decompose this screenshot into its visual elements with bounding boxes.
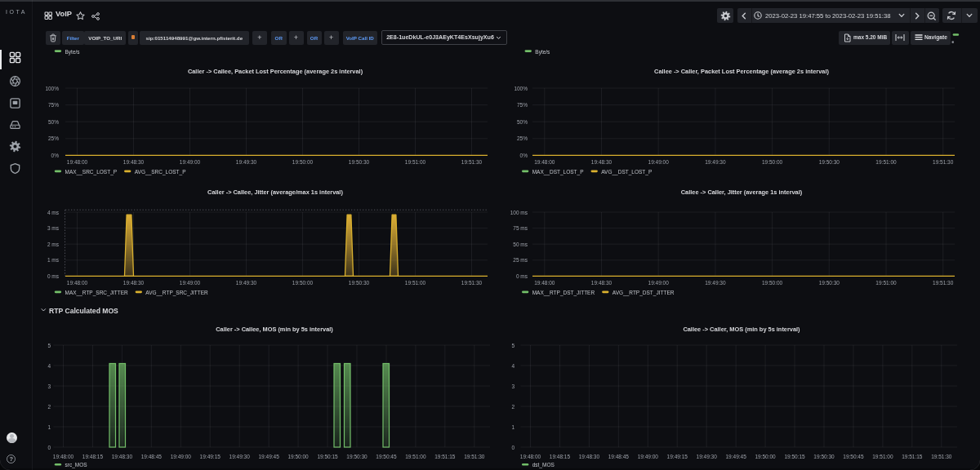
svg-text:100%: 100% xyxy=(514,86,528,91)
svg-text:19:48:00: 19:48:00 xyxy=(67,159,88,165)
svg-text:19:49:30: 19:49:30 xyxy=(236,159,257,165)
svg-text:19:50:30: 19:50:30 xyxy=(349,159,370,165)
svg-text:RTP Calculated MOS: RTP Calculated MOS xyxy=(49,307,118,315)
svg-text:19:49:00: 19:49:00 xyxy=(648,280,670,286)
svg-text:MAX__RTP_SRC_JITTER: MAX__RTP_SRC_JITTER xyxy=(65,290,128,296)
svg-text:AVG__RTP_DST_JITTER: AVG__RTP_DST_JITTER xyxy=(612,290,675,296)
svg-text:1: 1 xyxy=(47,424,51,430)
svg-text:MAX__RTP_DST_JITTER: MAX__RTP_DST_JITTER xyxy=(532,290,595,296)
svg-text:19:50:00: 19:50:00 xyxy=(762,280,783,286)
svg-text:19:49:00: 19:49:00 xyxy=(180,280,201,286)
svg-text:0%: 0% xyxy=(520,153,528,158)
svg-text:100%: 100% xyxy=(45,86,59,91)
svg-text:Callee -> Caller, Jitter (aver: Callee -> Caller, Jitter (average 1s int… xyxy=(681,188,803,196)
svg-text:19:51:30: 19:51:30 xyxy=(933,159,954,165)
svg-text:75%: 75% xyxy=(517,102,528,108)
svg-text:19:50:00: 19:50:00 xyxy=(292,159,314,165)
svg-text:19:50:00: 19:50:00 xyxy=(292,280,314,286)
svg-text:19:51:30: 19:51:30 xyxy=(461,159,483,165)
svg-text:4: 4 xyxy=(47,363,51,369)
svg-text:2 ms: 2 ms xyxy=(47,242,60,247)
svg-text:AVG__SRC_LOST_P: AVG__SRC_LOST_P xyxy=(135,169,186,175)
svg-text:75%: 75% xyxy=(48,102,59,108)
svg-text:Caller -> Callee, Packet Lost: Caller -> Callee, Packet Lost Percentage… xyxy=(188,68,363,75)
svg-text:Byte/s: Byte/s xyxy=(535,49,550,55)
svg-text:19:50:30: 19:50:30 xyxy=(819,159,840,165)
svg-text:3 ms: 3 ms xyxy=(47,225,60,231)
svg-text:3: 3 xyxy=(511,384,514,389)
svg-text:19:48:30: 19:48:30 xyxy=(591,159,612,165)
svg-text:4 ms: 4 ms xyxy=(47,210,60,215)
svg-text:19:48:30: 19:48:30 xyxy=(591,280,612,286)
svg-text:3: 3 xyxy=(47,384,51,389)
svg-text:1: 1 xyxy=(511,424,514,430)
svg-text:5: 5 xyxy=(47,343,51,348)
svg-text:25 ms: 25 ms xyxy=(513,257,528,263)
svg-text:25%: 25% xyxy=(48,135,59,141)
svg-text:50 ms: 50 ms xyxy=(513,242,528,247)
svg-text:Caller -> Callee, MOS (min by: Caller -> Callee, MOS (min by 5s interva… xyxy=(216,326,333,333)
svg-text:1 ms: 1 ms xyxy=(47,257,60,263)
svg-text:19:50:30: 19:50:30 xyxy=(349,280,370,286)
svg-text:0 ms: 0 ms xyxy=(47,273,60,279)
svg-text:0 ms: 0 ms xyxy=(516,273,528,279)
svg-text:19:51:00: 19:51:00 xyxy=(875,159,897,165)
svg-text:19:48:00: 19:48:00 xyxy=(534,280,555,286)
svg-text:2: 2 xyxy=(511,404,514,410)
svg-text:19:49:30: 19:49:30 xyxy=(705,280,726,286)
svg-text:19:51:30: 19:51:30 xyxy=(461,280,483,286)
svg-text:0: 0 xyxy=(47,445,51,450)
svg-text:19:50:00: 19:50:00 xyxy=(762,159,783,165)
svg-text:19:51:30: 19:51:30 xyxy=(933,280,954,286)
svg-text:19:48:00: 19:48:00 xyxy=(534,159,555,165)
svg-text:19:49:30: 19:49:30 xyxy=(705,159,726,165)
svg-text:19:49:30: 19:49:30 xyxy=(236,280,257,286)
svg-text:50%: 50% xyxy=(48,119,59,125)
svg-text:Callee -> Caller, Packet Lost: Callee -> Caller, Packet Lost Percentage… xyxy=(654,68,829,75)
svg-text:19:48:30: 19:48:30 xyxy=(123,159,145,165)
svg-text:75 ms: 75 ms xyxy=(513,225,528,231)
svg-text:5: 5 xyxy=(511,343,514,348)
svg-text:Byte/s: Byte/s xyxy=(65,49,81,55)
svg-text:Callee -> Caller, MOS (min by: Callee -> Caller, MOS (min by 5s interva… xyxy=(683,326,800,333)
svg-text:19:50:30: 19:50:30 xyxy=(819,280,840,286)
svg-text:MAX__SRC_LOST_P: MAX__SRC_LOST_P xyxy=(65,169,118,175)
svg-text:19:51:00: 19:51:00 xyxy=(405,159,426,165)
svg-text:19:49:00: 19:49:00 xyxy=(648,159,670,165)
svg-text:Caller -> Callee, Jitter (aver: Caller -> Callee, Jitter (average/max 1s… xyxy=(207,188,343,196)
svg-text:19:49:00: 19:49:00 xyxy=(180,159,201,165)
svg-text:0%: 0% xyxy=(51,153,60,158)
svg-text:19:48:30: 19:48:30 xyxy=(123,280,145,286)
svg-text:19:51:00: 19:51:00 xyxy=(875,280,897,286)
svg-text:MAX__DST_LOST_P: MAX__DST_LOST_P xyxy=(532,169,584,175)
svg-text:AVG__DST_LOST_P: AVG__DST_LOST_P xyxy=(601,169,652,175)
svg-text:19:51:00: 19:51:00 xyxy=(405,280,426,286)
svg-text:AVG__RTP_SRC_JITTER: AVG__RTP_SRC_JITTER xyxy=(145,290,208,296)
svg-text:19:48:00: 19:48:00 xyxy=(67,280,88,286)
svg-text:2: 2 xyxy=(47,404,51,410)
svg-text:100 ms: 100 ms xyxy=(510,210,528,215)
svg-text:25%: 25% xyxy=(517,135,528,141)
svg-text:4: 4 xyxy=(511,363,514,369)
svg-text:50%: 50% xyxy=(517,119,528,125)
svg-text:0: 0 xyxy=(511,445,514,450)
